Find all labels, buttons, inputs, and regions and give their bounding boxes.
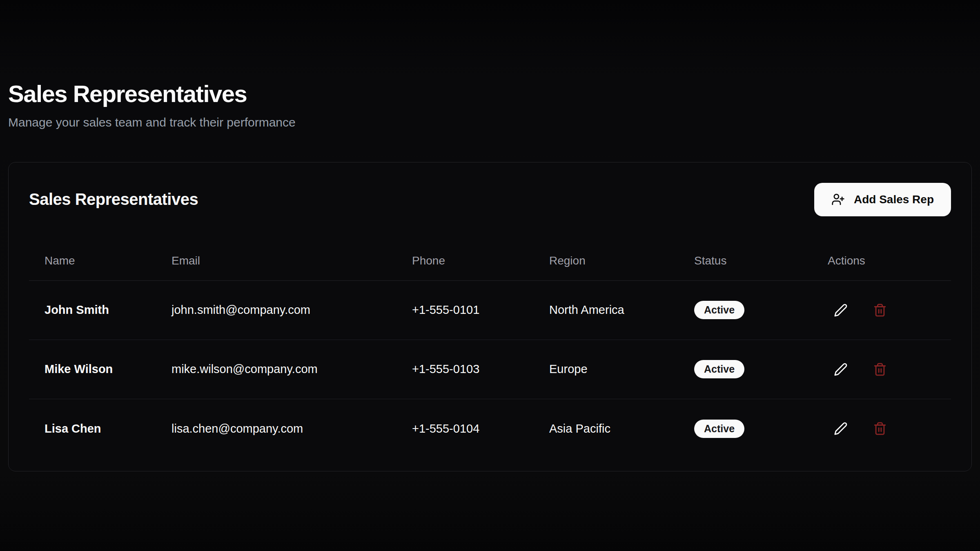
add-sales-rep-label: Add Sales Rep	[854, 193, 934, 206]
sales-reps-card: Sales Representatives Add Sales Rep Name…	[8, 162, 972, 471]
cell-email: john.smith@company.com	[156, 303, 396, 317]
page: Sales Representatives Manage your sales …	[0, 0, 980, 471]
edit-button[interactable]	[828, 297, 854, 323]
cell-region: Europe	[534, 362, 679, 376]
cell-status: Active	[679, 420, 812, 438]
cell-region: North America	[534, 303, 679, 317]
user-plus-icon	[831, 193, 845, 206]
cell-name: John Smith	[29, 303, 156, 317]
edit-button[interactable]	[828, 356, 854, 382]
trash-icon	[873, 303, 887, 317]
page-title: Sales Representatives	[8, 0, 972, 107]
cell-phone: +1-555-0101	[396, 303, 534, 317]
page-subtitle: Manage your sales team and track their p…	[8, 114, 972, 130]
cell-name: Mike Wilson	[29, 362, 156, 376]
trash-icon	[873, 362, 887, 376]
column-header-region: Region	[534, 254, 679, 267]
cell-actions	[812, 297, 951, 323]
cell-status: Active	[679, 301, 812, 319]
status-badge: Active	[694, 420, 744, 438]
edit-button[interactable]	[828, 415, 854, 442]
table-row: Lisa Chen lisa.chen@company.com +1-555-0…	[29, 399, 951, 458]
card-header: Sales Representatives Add Sales Rep	[29, 162, 951, 216]
pencil-icon	[834, 362, 848, 376]
table-row: John Smith john.smith@company.com +1-555…	[29, 281, 951, 340]
cell-phone: +1-555-0103	[396, 362, 534, 376]
cell-phone: +1-555-0104	[396, 422, 534, 435]
status-badge: Active	[694, 301, 744, 319]
column-header-phone: Phone	[396, 254, 534, 267]
column-header-name: Name	[29, 254, 156, 267]
cell-email: mike.wilson@company.com	[156, 362, 396, 376]
cell-name: Lisa Chen	[29, 422, 156, 435]
delete-button[interactable]	[867, 297, 893, 323]
add-sales-rep-button[interactable]: Add Sales Rep	[814, 183, 951, 216]
cell-email: lisa.chen@company.com	[156, 422, 396, 435]
delete-button[interactable]	[867, 356, 893, 382]
pencil-icon	[834, 303, 848, 317]
card-title: Sales Representatives	[29, 190, 198, 209]
delete-button[interactable]	[867, 415, 893, 442]
cell-region: Asia Pacific	[534, 422, 679, 435]
status-badge: Active	[694, 360, 744, 378]
column-header-status: Status	[679, 254, 812, 267]
cell-actions	[812, 415, 951, 442]
cell-status: Active	[679, 360, 812, 378]
pencil-icon	[834, 422, 848, 435]
table-row: Mike Wilson mike.wilson@company.com +1-5…	[29, 340, 951, 399]
trash-icon	[873, 422, 887, 435]
table-header-row: Name Email Phone Region Status Actions	[29, 242, 951, 281]
cell-actions	[812, 356, 951, 382]
column-header-actions: Actions	[812, 254, 951, 267]
column-header-email: Email	[156, 254, 396, 267]
sales-reps-table: Name Email Phone Region Status Actions J…	[29, 242, 951, 458]
